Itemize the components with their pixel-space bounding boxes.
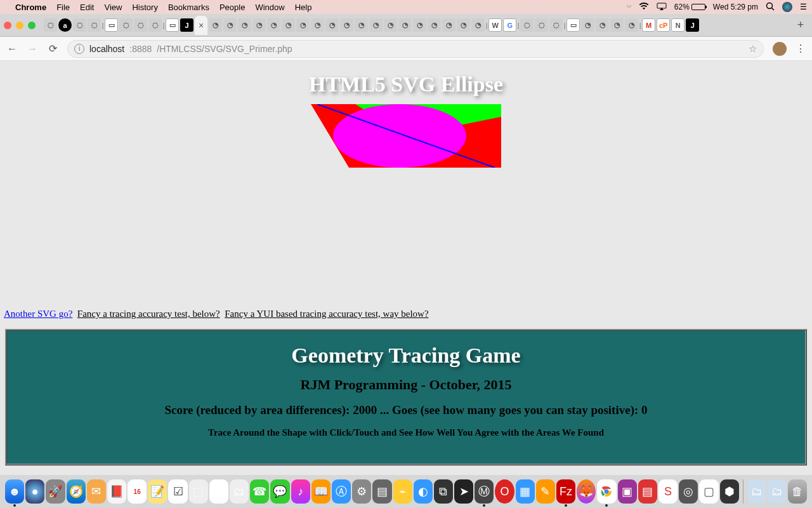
dock-app-filezilla[interactable]: Fz (556, 479, 575, 504)
tab-icon[interactable]: ◔ (282, 18, 295, 32)
tab-icon[interactable]: ◌ (148, 18, 162, 32)
tab-icon[interactable]: ◔ (413, 18, 426, 32)
dock-app-misc11[interactable]: ⬢ (720, 479, 739, 504)
dock-app-misc1[interactable]: ▤ (372, 479, 391, 504)
dock-app-calendar[interactable]: 16 (128, 479, 147, 504)
tab-icon[interactable]: ◌ (119, 18, 133, 32)
tab-icon[interactable]: ◔ (398, 18, 412, 32)
forward-button[interactable]: → (27, 43, 38, 55)
tab-icon[interactable]: ◔ (311, 18, 324, 32)
battery-status[interactable]: 62% (674, 3, 705, 11)
close-tab-icon[interactable]: × (199, 20, 204, 30)
bluetooth-icon[interactable]: ⌔ (627, 3, 631, 11)
tab-icon[interactable]: J (180, 18, 193, 32)
dock-app-prefs[interactable]: ⚙ (352, 479, 371, 504)
dock-app-misc6[interactable]: ✎ (536, 479, 555, 504)
tab-icon[interactable]: ◌ (535, 18, 548, 32)
wifi-icon[interactable] (639, 3, 649, 12)
tab-icon[interactable]: ◌ (520, 18, 534, 32)
tab-icon[interactable]: W (488, 18, 502, 32)
zoom-window-button[interactable] (28, 22, 36, 29)
dock-app-siri[interactable]: ● (25, 479, 44, 504)
tab-icon[interactable]: ◔ (442, 18, 455, 32)
notification-center-icon[interactable]: ☰ (800, 3, 807, 11)
menu-view[interactable]: View (104, 3, 122, 12)
tab-icon[interactable]: ◔ (457, 18, 470, 32)
menu-file[interactable]: File (56, 3, 70, 12)
menu-people[interactable]: People (219, 3, 245, 12)
tab-icon[interactable]: ◔ (267, 18, 280, 32)
tab-icon[interactable]: ◔ (209, 18, 222, 32)
dock-app-misc2[interactable]: ⌁ (393, 479, 412, 504)
dock-app-terminal[interactable]: ➤ (454, 479, 473, 504)
address-bar[interactable]: i localhost:8888/HTMLCSS/SVG/SVG_Primer.… (67, 40, 764, 58)
tab-icon[interactable]: ◔ (252, 18, 266, 32)
tab-icon[interactable]: G (503, 18, 516, 32)
dock-app-contacts[interactable]: 📕 (107, 479, 126, 504)
dock-app-misc9[interactable]: ◎ (679, 479, 698, 504)
menu-edit[interactable]: Edit (80, 3, 94, 12)
dock-app-misc8[interactable]: ▤ (638, 479, 657, 504)
dock-app-facetime[interactable]: ☎ (250, 479, 269, 504)
tab-icon[interactable]: ◌ (44, 18, 57, 32)
tab-icon[interactable]: ◔ (428, 18, 441, 32)
app-name[interactable]: Chrome (15, 3, 46, 12)
chrome-menu-icon[interactable]: ⋮ (796, 43, 806, 55)
dock-app-misc4[interactable]: ⧉ (434, 479, 453, 504)
menu-history[interactable]: History (132, 3, 157, 12)
tab-icon[interactable]: J (686, 18, 699, 32)
dock-app-firefox[interactable]: 🦊 (577, 479, 596, 504)
dock-app-sketchup[interactable]: S (658, 479, 678, 504)
active-tab[interactable]: × (195, 16, 207, 35)
dock-app-misc7[interactable]: ▣ (618, 479, 637, 504)
menu-window[interactable]: Window (255, 3, 284, 12)
new-tab-button[interactable]: + (793, 18, 808, 32)
tab-icon[interactable]: ▭ (566, 18, 580, 32)
tab-icon[interactable]: ◔ (471, 18, 485, 32)
dock-app-launchpad[interactable]: 🚀 (46, 479, 65, 504)
tab-icon[interactable]: ◔ (384, 18, 397, 32)
tab-icon[interactable]: cP (657, 18, 670, 32)
back-button[interactable]: ← (6, 43, 18, 55)
dock-app-misc10[interactable]: ▢ (699, 479, 718, 504)
dock-app-safari[interactable]: 🧭 (67, 479, 86, 504)
site-info-icon[interactable]: i (74, 44, 84, 54)
minimize-window-button[interactable] (16, 22, 23, 29)
clock[interactable]: Wed 5:29 pm (713, 3, 758, 11)
tab-icon[interactable]: ◔ (610, 18, 624, 32)
dock-trash[interactable]: 🗑 (788, 479, 807, 504)
tab-icon[interactable]: ◔ (581, 18, 594, 32)
dock-app-mamp[interactable]: Ⓜ (475, 479, 494, 504)
tab-icon[interactable]: N (671, 18, 684, 32)
link-tracing-test[interactable]: Fancy a tracing accuracy test, below? (77, 309, 220, 319)
dock-app-messages2[interactable]: 💬 (270, 479, 289, 504)
tab-icon[interactable]: ◔ (238, 18, 251, 32)
dock-app-appstore[interactable]: Ⓐ (332, 479, 351, 504)
tab-icon[interactable]: ◔ (223, 18, 237, 32)
dock-stack-1[interactable]: 🗂 (747, 479, 766, 504)
spotlight-icon[interactable] (766, 2, 775, 13)
tab-icon[interactable]: ◔ (355, 18, 368, 32)
tab-icon[interactable]: ▭ (166, 18, 179, 32)
dock-stack-2[interactable]: 🗂 (768, 479, 787, 504)
menu-help[interactable]: Help (295, 3, 312, 12)
tab-icon[interactable]: ◔ (340, 18, 353, 32)
dock-app-chrome[interactable] (597, 479, 616, 504)
tab-icon[interactable]: ◌ (134, 18, 147, 32)
reload-button[interactable]: ⟳ (47, 43, 58, 55)
tab-icon[interactable]: ▭ (105, 18, 118, 32)
tab-icon[interactable]: ◔ (596, 18, 609, 32)
dock-app-messages[interactable]: 🗂 (230, 479, 249, 504)
dock-app-notes[interactable]: 📝 (148, 479, 167, 504)
tab-icon[interactable]: ◔ (369, 18, 383, 32)
dock-app-maps[interactable]: ⬚ (189, 479, 208, 504)
tab-icon[interactable]: ◌ (88, 18, 101, 32)
dock-app-ibooks[interactable]: 📖 (311, 479, 331, 504)
tab-icon[interactable]: ◔ (625, 18, 638, 32)
dock-app-misc3[interactable]: ◐ (414, 479, 433, 504)
dock-app-mail[interactable]: ✉ (87, 479, 106, 504)
link-another-svg[interactable]: Another SVG go? (4, 309, 72, 319)
menu-bookmarks[interactable]: Bookmarks (168, 3, 209, 12)
dock-app-opera[interactable]: O (495, 479, 514, 504)
profile-avatar[interactable] (773, 42, 787, 56)
